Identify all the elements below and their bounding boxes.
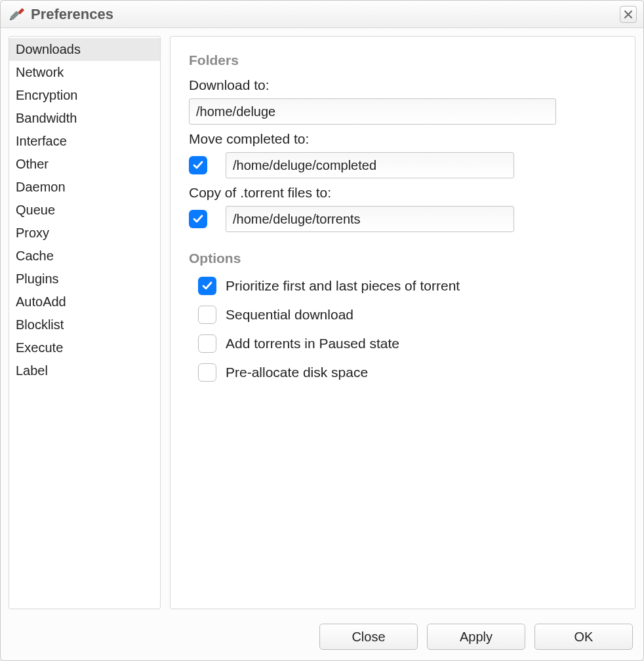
category-list: Downloads Network Encryption Bandwidth I… bbox=[9, 36, 161, 609]
sidebar-item-encryption[interactable]: Encryption bbox=[9, 84, 160, 107]
sidebar-item-label: Network bbox=[16, 65, 64, 79]
option-preallocate: Pre-allocate disk space bbox=[198, 363, 616, 382]
content-panel: Folders Download to: Move completed to: … bbox=[170, 36, 635, 609]
sidebar-item-label: AutoAdd bbox=[16, 294, 66, 309]
option-paused-label: Add torrents in Paused state bbox=[226, 336, 399, 351]
sidebar-item-label: Other bbox=[16, 157, 49, 171]
close-icon bbox=[624, 10, 633, 19]
sidebar-item-label: Plugins bbox=[16, 271, 59, 286]
copy-torrent-checkbox[interactable] bbox=[189, 210, 207, 228]
ok-button[interactable]: OK bbox=[534, 624, 633, 650]
sidebar-item-proxy[interactable]: Proxy bbox=[9, 222, 160, 245]
sidebar-item-label: Blocklist bbox=[16, 317, 64, 332]
check-icon bbox=[192, 213, 204, 225]
option-preallocate-label: Pre-allocate disk space bbox=[226, 365, 368, 380]
option-prioritize: Prioritize first and last pieces of torr… bbox=[198, 277, 616, 295]
option-sequential-checkbox[interactable] bbox=[198, 306, 216, 324]
sidebar-item-downloads[interactable]: Downloads bbox=[9, 38, 160, 61]
sidebar-item-label: Interface bbox=[16, 134, 67, 148]
sidebar-item-queue[interactable]: Queue bbox=[9, 199, 160, 222]
option-sequential-label: Sequential download bbox=[226, 307, 353, 323]
sidebar-item-label: Downloads bbox=[16, 42, 81, 56]
sidebar-item-label: Bandwidth bbox=[16, 111, 77, 125]
move-completed-input[interactable] bbox=[226, 152, 514, 178]
option-prioritize-label: Prioritize first and last pieces of torr… bbox=[226, 278, 460, 294]
section-title-folders: Folders bbox=[189, 52, 616, 68]
preferences-window: Preferences Downloads Network Encryption… bbox=[0, 0, 644, 661]
section-title-options: Options bbox=[189, 250, 616, 266]
sidebar-item-label: Label bbox=[16, 363, 48, 378]
download-to-label: Download to: bbox=[189, 77, 616, 93]
sidebar-item-cache[interactable]: Cache bbox=[9, 245, 160, 268]
dialog-body: Downloads Network Encryption Bandwidth I… bbox=[1, 28, 643, 617]
close-button[interactable]: Close bbox=[319, 624, 418, 650]
close-button-titlebar[interactable] bbox=[620, 6, 637, 23]
preferences-icon bbox=[7, 6, 24, 23]
sidebar-item-other[interactable]: Other bbox=[9, 153, 160, 176]
move-completed-checkbox[interactable] bbox=[189, 156, 207, 174]
check-icon bbox=[192, 159, 204, 171]
option-prioritize-checkbox[interactable] bbox=[198, 277, 216, 295]
titlebar: Preferences bbox=[1, 1, 643, 28]
sidebar-item-label: Daemon bbox=[16, 180, 66, 194]
option-paused-checkbox[interactable] bbox=[198, 334, 216, 353]
option-preallocate-checkbox[interactable] bbox=[198, 363, 216, 382]
sidebar-item-interface[interactable]: Interface bbox=[9, 130, 160, 153]
option-paused: Add torrents in Paused state bbox=[198, 334, 616, 353]
copy-torrent-input[interactable] bbox=[226, 206, 514, 232]
dialog-footer: Close Apply OK bbox=[1, 617, 643, 660]
sidebar-item-label: Execute bbox=[16, 340, 63, 355]
option-sequential: Sequential download bbox=[198, 306, 616, 324]
svg-point-0 bbox=[10, 18, 12, 20]
check-icon bbox=[201, 280, 213, 292]
sidebar-item-label: Encryption bbox=[16, 88, 78, 102]
sidebar-item-label[interactable]: Label bbox=[9, 359, 160, 382]
window-title: Preferences bbox=[31, 6, 620, 23]
sidebar-item-network[interactable]: Network bbox=[9, 61, 160, 84]
download-to-input[interactable] bbox=[189, 98, 556, 125]
sidebar-item-plugins[interactable]: Plugins bbox=[9, 268, 160, 290]
sidebar-item-blocklist[interactable]: Blocklist bbox=[9, 313, 160, 336]
sidebar-item-bandwidth[interactable]: Bandwidth bbox=[9, 107, 160, 130]
move-completed-label: Move completed to: bbox=[189, 131, 616, 147]
sidebar-item-autoadd[interactable]: AutoAdd bbox=[9, 290, 160, 313]
copy-torrent-label: Copy of .torrent files to: bbox=[189, 185, 616, 201]
sidebar-item-label: Queue bbox=[16, 203, 55, 217]
sidebar-item-label: Proxy bbox=[16, 226, 49, 240]
apply-button[interactable]: Apply bbox=[427, 624, 525, 650]
sidebar-item-daemon[interactable]: Daemon bbox=[9, 176, 160, 199]
sidebar-item-execute[interactable]: Execute bbox=[9, 336, 160, 359]
sidebar-item-label: Cache bbox=[16, 249, 54, 263]
